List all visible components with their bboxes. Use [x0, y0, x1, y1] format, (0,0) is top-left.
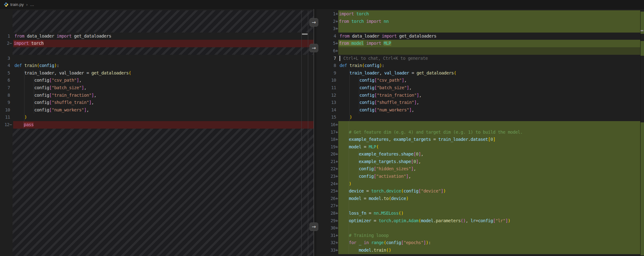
line-number[interactable]: 19 — [314, 143, 335, 151]
line-number[interactable]: 2 — [0, 40, 9, 47]
line-number[interactable]: 21 — [314, 158, 335, 166]
line-number[interactable]: 6 — [1, 77, 10, 84]
line-number[interactable]: 4 — [315, 33, 336, 40]
modified-code-line-22[interactable]: 22+ config["hidden_sizes"], — [314, 165, 644, 173]
apply-change-arrow-button-3[interactable]: → — [309, 223, 318, 231]
modified-code-line-4[interactable]: 4from data_loader import get_dataloaders — [314, 33, 644, 40]
line-number[interactable]: 20 — [314, 151, 335, 158]
original-code-line-2[interactable]: 2−import torch — [0, 40, 314, 47]
token-pln: , — [408, 174, 411, 179]
modified-code-line-9[interactable]: 9 train_loader, val_loader = get_dataloa… — [314, 69, 644, 77]
token-pln: : — [57, 63, 59, 68]
original-code-line-5[interactable]: 5 train_loader, val_loader = get_dataloa… — [0, 69, 314, 77]
line-number[interactable]: 7 — [1, 84, 10, 92]
modified-code-line-21[interactable]: 21+ example_targets.shape[0], — [314, 158, 644, 166]
line-number[interactable]: 12 — [0, 121, 9, 129]
token-pln — [339, 240, 349, 245]
modified-code-line-30[interactable]: 30+ — [314, 224, 644, 232]
modified-code-line-1[interactable]: 1+import torch — [314, 10, 644, 18]
breadcrumb[interactable]: train.py › … — [4, 2, 34, 7]
token-kw: import — [366, 19, 381, 24]
line-number[interactable]: 18 — [314, 136, 335, 143]
right-editor-overview-ruler[interactable] — [640, 10, 644, 256]
modified-code-line-10[interactable]: 10 config["csv_path"], — [314, 77, 644, 84]
line-number[interactable]: 32 — [314, 239, 335, 247]
modified-code-line-5[interactable]: 5+from model import MLP — [314, 40, 644, 47]
modified-code-line-11[interactable]: 11 config["batch_size"], — [314, 84, 644, 92]
line-number[interactable]: 11 — [315, 84, 336, 92]
original-code-line-7[interactable]: 7 config["batch_size"], — [0, 84, 314, 92]
line-number[interactable]: 25 — [314, 187, 335, 195]
original-code-line-1[interactable]: 1from data_loader import get_dataloaders — [0, 33, 314, 40]
original-code-line-10[interactable]: 10 config["num_workers"], — [0, 106, 314, 114]
original-code-line-11[interactable]: 11 ) — [0, 114, 314, 121]
diff-original-editor[interactable]: 1from data_loader import get_dataloaders… — [0, 9, 314, 256]
modified-code-line-8[interactable]: 8def train(config): — [314, 62, 644, 69]
line-number[interactable]: 1 — [314, 10, 335, 18]
left-editor-scrollbar[interactable] — [301, 10, 308, 256]
modified-code-line-18[interactable]: 18+ example_features, example_targets = … — [314, 136, 644, 143]
modified-code-line-28[interactable]: 28+ loss_fn = nn.MSELoss() — [314, 210, 644, 217]
modified-code-line-17[interactable]: 17+ # Get feature dim (e.g. 4) and targe… — [314, 129, 644, 136]
line-number[interactable]: 3 — [1, 55, 10, 62]
apply-change-arrow-button-2[interactable]: → — [309, 44, 318, 52]
modified-code-line-32[interactable]: 32+ for _ in range(config["epochs"]): — [314, 239, 644, 247]
line-number[interactable]: 7 — [315, 55, 336, 62]
modified-code-line-7[interactable]: 7Ctrl+L to chat, Ctrl+K to generate — [314, 55, 644, 62]
line-number[interactable]: 14 — [315, 106, 336, 114]
modified-code-line-23[interactable]: 23+ config["activation"], — [314, 173, 644, 180]
line-number[interactable]: 24 — [314, 180, 335, 188]
modified-code-line-12[interactable]: 12 config["train_fraction"], — [314, 92, 644, 99]
line-number[interactable]: 23 — [314, 173, 335, 180]
line-number[interactable]: 28 — [314, 210, 335, 217]
diff-modified-editor[interactable]: 1+import torch2+from torch import nn3+4f… — [314, 9, 644, 256]
modified-code-line-19[interactable]: 19+ model = MLP( — [314, 143, 644, 151]
line-number[interactable]: 22 — [314, 165, 335, 173]
original-code-line-3[interactable]: 3 — [0, 55, 314, 62]
modified-code-line-33[interactable]: 33+ model.train() — [314, 247, 644, 254]
breadcrumb-symbol-more[interactable]: … — [30, 2, 34, 7]
line-number[interactable]: 9 — [315, 69, 336, 77]
line-number[interactable]: 5 — [1, 69, 10, 77]
line-number[interactable]: 26 — [314, 195, 335, 202]
breadcrumb-filename[interactable]: train.py — [10, 2, 24, 7]
line-number[interactable]: 13 — [315, 99, 336, 106]
modified-code-line-16[interactable]: 16+ — [314, 121, 644, 129]
modified-code-line-24[interactable]: 24+ ) — [314, 180, 644, 188]
line-number[interactable]: 10 — [315, 77, 336, 84]
original-code-line-4[interactable]: 4def train(config): — [0, 62, 314, 69]
original-code-line-8[interactable]: 8 config["train_fraction"], — [0, 92, 314, 99]
modified-code-line-2[interactable]: 2+from torch import nn — [314, 18, 644, 25]
modified-code-line-13[interactable]: 13 config["shuffle_train"], — [314, 99, 644, 106]
original-code-line-12[interactable]: 12− pass — [0, 121, 314, 129]
line-number[interactable]: 31 — [314, 232, 335, 239]
original-code-line-9[interactable]: 9 config["shuffle_train"], — [0, 99, 314, 106]
modified-code-line-14[interactable]: 14 config["num_workers"], — [314, 106, 644, 114]
modified-code-line-26[interactable]: 26+ model = model.to(device) — [314, 195, 644, 202]
line-number[interactable]: 17 — [314, 129, 335, 136]
modified-code-line-20[interactable]: 20+ example_features.shape[0], — [314, 151, 644, 158]
line-number[interactable]: 8 — [1, 92, 10, 99]
line-number[interactable]: 16 — [314, 121, 335, 129]
line-number[interactable]: 15 — [315, 114, 336, 121]
line-number[interactable]: 4 — [1, 62, 10, 69]
line-number[interactable]: 11 — [1, 114, 10, 121]
modified-code-line-25[interactable]: 25+ device = torch.device(config["device… — [314, 187, 644, 195]
modified-code-line-27[interactable]: 27+ — [314, 202, 644, 210]
line-number[interactable]: 9 — [1, 99, 10, 106]
apply-change-arrow-button-1[interactable]: → — [309, 18, 318, 27]
original-code-line-6[interactable]: 6 config["csv_path"], — [0, 77, 314, 84]
line-number[interactable]: 1 — [1, 33, 10, 40]
line-number[interactable]: 12 — [315, 92, 336, 99]
modified-code-line-29[interactable]: 29+ optimizer = torch.optim.Adam(model.p… — [314, 217, 644, 225]
line-number[interactable]: 8 — [315, 62, 336, 69]
line-number[interactable]: 33 — [314, 247, 335, 254]
modified-code-line-31[interactable]: 31+ # Training looop — [314, 232, 644, 239]
modified-code-line-3[interactable]: 3+ — [314, 25, 644, 33]
modified-code-line-6[interactable]: 6+ — [314, 47, 644, 55]
token-pln: , — [79, 78, 81, 83]
code-text: config["activation"], — [338, 173, 644, 180]
line-number[interactable]: 10 — [1, 106, 10, 114]
line-number[interactable]: 27 — [314, 202, 335, 210]
modified-code-line-15[interactable]: 15 ) — [314, 114, 644, 121]
